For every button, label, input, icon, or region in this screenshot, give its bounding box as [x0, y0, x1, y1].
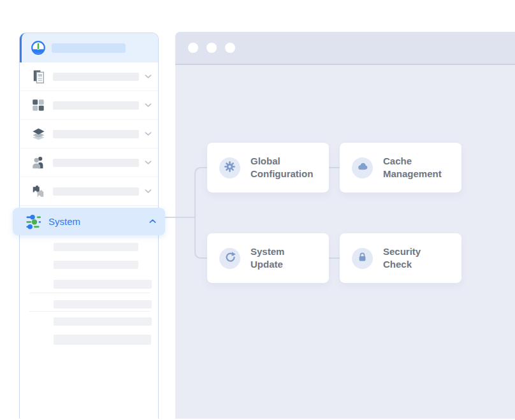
page: Global Configuration Cache Management — [0, 0, 515, 420]
system-label: System — [48, 216, 80, 227]
chevron-down-icon — [145, 74, 152, 79]
sidebar-item-dashboard[interactable] — [20, 33, 158, 62]
submenu-placeholder-bar — [54, 317, 152, 326]
submenu-placeholder-bar — [54, 280, 152, 289]
submenu-placeholder-bar — [54, 335, 151, 345]
sidebar-item-system[interactable]: System — [13, 208, 165, 235]
window-titlebar — [175, 32, 515, 65]
documents-icon — [31, 69, 46, 84]
card-title: Global Configuration — [250, 155, 313, 180]
app-window — [175, 32, 515, 419]
submenu-divider — [29, 311, 150, 312]
submenu-placeholder-bar — [54, 300, 152, 308]
card-security-check[interactable]: Security Check — [340, 233, 461, 283]
window-dot-3[interactable] — [225, 43, 235, 53]
refresh-icon — [224, 250, 236, 266]
grid-modules-icon — [31, 98, 46, 112]
gear-icon — [224, 161, 236, 175]
card-title: System Update — [250, 245, 284, 271]
puzzle-plugins-icon — [31, 184, 46, 198]
lock-icon — [356, 251, 368, 266]
users-icon — [31, 156, 46, 170]
window-dot-2[interactable] — [207, 43, 217, 53]
submenu-divider — [29, 293, 150, 293]
sidebar-item-plugins[interactable] — [20, 177, 158, 206]
sliders-icon — [25, 214, 41, 229]
card-cache-management[interactable]: Cache Management — [340, 143, 461, 192]
cloud-icon — [356, 160, 369, 175]
item-placeholder-bar — [53, 73, 139, 81]
chevron-down-icon — [145, 103, 152, 108]
item-placeholder-bar — [53, 101, 139, 110]
item-placeholder-bar — [53, 159, 139, 167]
chevron-down-icon — [145, 160, 152, 165]
header-placeholder-bar — [52, 43, 126, 53]
window-dot-1[interactable] — [188, 43, 198, 53]
gauge-dashboard-icon — [31, 40, 46, 55]
card-system-update[interactable]: System Update — [207, 233, 329, 283]
item-placeholder-bar — [53, 187, 139, 196]
chevron-up-icon — [149, 219, 156, 224]
sidebar-item-documents[interactable] — [20, 62, 158, 91]
card-global-configuration[interactable]: Global Configuration — [207, 143, 329, 192]
chevron-down-icon — [145, 189, 152, 194]
submenu-placeholder-bar — [54, 261, 138, 269]
submenu-placeholder-bar — [54, 243, 138, 251]
card-title: Security Check — [383, 245, 421, 271]
chevron-down-icon — [145, 131, 152, 136]
sidebar-item-layers[interactable] — [20, 120, 158, 148]
layers-icon — [31, 127, 46, 141]
sidebar-item-users[interactable] — [20, 148, 158, 177]
card-title: Cache Management — [383, 155, 442, 180]
item-placeholder-bar — [53, 130, 139, 138]
sidebar-item-modules[interactable] — [20, 91, 158, 120]
